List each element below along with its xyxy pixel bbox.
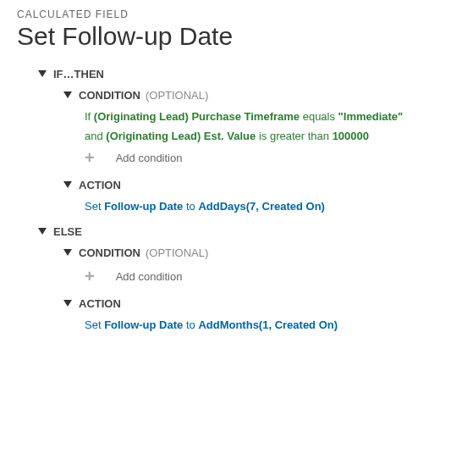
- if-then-header[interactable]: IF…THEN: [38, 68, 434, 80]
- else-label: ELSE: [53, 225, 82, 238]
- cond-field: (Originating Lead) Purchase Timeframe: [94, 110, 300, 123]
- else-header[interactable]: ELSE: [38, 225, 434, 238]
- add-condition-label: Add condition: [116, 270, 183, 283]
- if-then-label: IF…THEN: [53, 68, 104, 80]
- page-subtitle: CALCULATED FIELD: [17, 8, 434, 20]
- action-line[interactable]: Set Follow-up Date to AddDays(7, Created…: [85, 200, 434, 213]
- cond-op: equals: [300, 110, 338, 123]
- action-mid: to: [183, 318, 198, 331]
- if-action-header[interactable]: ACTION: [63, 179, 434, 191]
- add-condition-label: Add condition: [116, 152, 183, 164]
- optional-label: (OPTIONAL): [146, 89, 208, 102]
- action-field: Follow-up Date: [104, 318, 183, 331]
- action-label: ACTION: [79, 297, 121, 310]
- action-prefix: Set: [85, 200, 104, 213]
- chevron-down-icon: [38, 228, 47, 235]
- action-field: Follow-up Date: [104, 200, 183, 213]
- plus-icon: +: [85, 149, 95, 166]
- optional-label: (OPTIONAL): [146, 246, 208, 259]
- cond-value: "Immediate": [338, 110, 404, 123]
- cond-prefix: If: [85, 110, 94, 123]
- if-condition-header[interactable]: CONDITION (OPTIONAL): [63, 89, 434, 102]
- cond-prefix: and: [85, 130, 106, 142]
- action-line[interactable]: Set Follow-up Date to AddMonths(1, Creat…: [85, 318, 434, 331]
- add-condition-button[interactable]: + Add condition: [85, 149, 434, 166]
- else-action-header[interactable]: ACTION: [63, 297, 434, 310]
- chevron-down-icon: [63, 249, 72, 256]
- condition-line-1[interactable]: If (Originating Lead) Purchase Timeframe…: [85, 110, 434, 123]
- chevron-down-icon: [63, 91, 72, 98]
- chevron-down-icon: [38, 70, 47, 77]
- cond-op: is greater than: [256, 130, 332, 142]
- else-condition-header[interactable]: CONDITION (OPTIONAL): [63, 246, 434, 259]
- condition-label: CONDITION: [79, 89, 140, 102]
- action-prefix: Set: [85, 318, 104, 331]
- action-func: AddDays(7, Created On): [198, 200, 325, 213]
- chevron-down-icon: [63, 181, 72, 188]
- plus-icon: +: [85, 268, 95, 285]
- action-func: AddMonths(1, Created On): [198, 318, 338, 331]
- action-label: ACTION: [79, 179, 121, 191]
- condition-label: CONDITION: [79, 246, 140, 259]
- cond-value: 100000: [333, 130, 369, 142]
- action-mid: to: [183, 200, 198, 213]
- chevron-down-icon: [63, 300, 72, 307]
- add-condition-button[interactable]: + Add condition: [85, 268, 434, 285]
- page-title: Set Follow-up Date: [17, 22, 434, 51]
- cond-field: (Originating Lead) Est. Value: [106, 130, 256, 142]
- condition-line-2[interactable]: and (Originating Lead) Est. Value is gre…: [85, 130, 434, 142]
